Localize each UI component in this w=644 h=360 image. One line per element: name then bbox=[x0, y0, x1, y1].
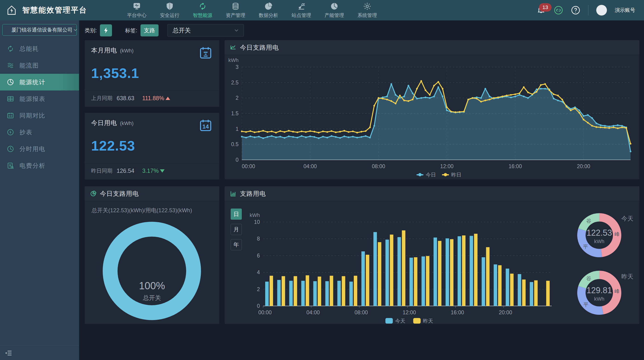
filter-bar: 类别: 标签: 支路 总开关 bbox=[84, 24, 244, 37]
svg-text:谷: 谷 bbox=[586, 218, 592, 224]
sidebar-item-能源统计[interactable]: 能源统计 bbox=[0, 74, 79, 91]
svg-text:6: 6 bbox=[257, 253, 260, 259]
bar-chart-plot[interactable]: 0246810kWh00:0004:0008:0012:0016:0020:00… bbox=[225, 201, 561, 324]
svg-text:08:00: 08:00 bbox=[354, 309, 368, 315]
today-usage-card: 今日用电 (kWh) 14 122.53 昨日同期 126.54 3.17% bbox=[84, 113, 219, 180]
bar-chart-icon bbox=[230, 190, 237, 197]
svg-text:kWh: kWh bbox=[594, 296, 604, 302]
svg-text:8: 8 bbox=[257, 236, 260, 242]
today-percent: 3.17% bbox=[142, 167, 164, 174]
bar-card-title: 支路用电 bbox=[240, 190, 266, 198]
tag-branch-button[interactable]: 支路 bbox=[140, 24, 158, 37]
company-select-value: 厦门锐谷通信设备有限公司 bbox=[11, 27, 72, 34]
svg-text:00:00: 00:00 bbox=[258, 309, 272, 315]
trend-down-icon bbox=[160, 169, 164, 173]
pie-clock-icon bbox=[6, 78, 14, 86]
robot-arm-icon bbox=[297, 2, 306, 11]
svg-text:2: 2 bbox=[257, 286, 260, 292]
line-card-title: 今日支路用电 bbox=[240, 43, 279, 52]
line-card-header: 今日支路用电 bbox=[225, 40, 639, 55]
help-icon[interactable] bbox=[571, 6, 580, 15]
svg-text:2.5: 2.5 bbox=[231, 80, 238, 86]
notifications-button[interactable]: 13 bbox=[537, 5, 546, 15]
sidebar-item-label: 同期对比 bbox=[20, 112, 46, 120]
sidebar-item-同期对比[interactable]: 同期对比 bbox=[0, 107, 79, 124]
sidebar: 厦门锐谷通信设备有限公司 总能耗能流图能源统计能源报表同期对比抄表分时用电电费分… bbox=[0, 21, 79, 360]
sidebar-item-抄表[interactable]: 抄表 bbox=[0, 124, 79, 141]
account-name[interactable]: 演示账号 bbox=[615, 7, 635, 14]
tou-donut-yesterday[interactable]: 峰平谷129.81kWh bbox=[572, 265, 627, 320]
nav-item-智慧能源[interactable]: 智慧能源 bbox=[188, 2, 218, 19]
sidebar-menu: 总能耗能流图能源统计能源报表同期对比抄表分时用电电费分析 bbox=[0, 40, 79, 174]
link-icon[interactable] bbox=[554, 6, 563, 15]
avatar[interactable] bbox=[596, 5, 607, 16]
nav-item-产能管理[interactable]: 产能管理 bbox=[320, 2, 349, 19]
svg-text:04:00: 04:00 bbox=[306, 309, 320, 315]
svg-text:00:00: 00:00 bbox=[242, 163, 255, 169]
clock-icon bbox=[6, 145, 14, 153]
svg-text:122.53: 122.53 bbox=[586, 228, 612, 237]
nav-item-站点管理[interactable]: 站点管理 bbox=[286, 2, 316, 19]
sidebar-item-label: 分时用电 bbox=[20, 145, 46, 153]
monitor-icon bbox=[132, 2, 141, 11]
bar-card-header: 支路用电 bbox=[225, 186, 639, 201]
month-card-unit: (kWh) bbox=[120, 48, 134, 54]
nav-item-资产管理[interactable]: 资产管理 bbox=[221, 2, 250, 19]
month-card-footer: 上月同期 638.63 111.88% bbox=[84, 89, 219, 107]
branch-select[interactable]: 总开关 bbox=[168, 24, 244, 37]
collapse-sidebar-icon[interactable] bbox=[5, 349, 12, 357]
svg-text:峰: 峰 bbox=[614, 231, 620, 237]
shield-icon bbox=[165, 2, 174, 11]
tou-donut-panel: 峰平谷122.53kWh 今天 峰平谷129.81kWh 昨天 bbox=[561, 201, 639, 324]
nav-item-label: 智慧能源 bbox=[193, 12, 212, 19]
svg-text:3: 3 bbox=[236, 64, 238, 70]
nav-item-数据分析[interactable]: 数据分析 bbox=[254, 2, 283, 19]
svg-text:kWh: kWh bbox=[250, 212, 260, 218]
nav-item-平台中心[interactable]: 平台中心 bbox=[122, 2, 152, 19]
sidebar-item-能源报表[interactable]: 能源报表 bbox=[0, 91, 79, 107]
svg-text:1.5: 1.5 bbox=[231, 110, 238, 116]
recycle-icon bbox=[198, 2, 207, 11]
donut-chart-plot[interactable] bbox=[84, 216, 219, 323]
topbar-nav: 平台中心安全运行智慧能源资产管理数据分析站点管理产能管理系统管理 bbox=[122, 0, 382, 21]
company-select[interactable]: 厦门锐谷通信设备有限公司 bbox=[2, 24, 77, 36]
sidebar-item-电费分析[interactable]: 电费分析 bbox=[0, 157, 79, 174]
svg-text:16:00: 16:00 bbox=[508, 163, 522, 169]
svg-text:04:00: 04:00 bbox=[304, 163, 317, 169]
tou-donut-today[interactable]: 峰平谷122.53kWh bbox=[572, 207, 627, 263]
svg-text:10: 10 bbox=[254, 219, 260, 225]
nav-item-系统管理[interactable]: 系统管理 bbox=[352, 2, 382, 19]
calendar-icon bbox=[6, 112, 14, 120]
notification-badge: 13 bbox=[539, 3, 552, 12]
pie2-icon bbox=[330, 2, 339, 11]
sidebar-item-总能耗[interactable]: 总能耗 bbox=[0, 40, 79, 57]
nav-item-label: 数据分析 bbox=[259, 12, 278, 19]
pie-chart-icon bbox=[90, 190, 97, 197]
nav-item-安全运行[interactable]: 安全运行 bbox=[155, 2, 184, 19]
trend-up-icon bbox=[166, 97, 170, 100]
main-content: 类别: 标签: 支路 总开关 本月用电 (kWh) 1,353.1 上 bbox=[79, 21, 644, 360]
line-chart-plot[interactable]: 00.511.522.5300:0004:0008:0012:0016:0020… bbox=[225, 55, 639, 179]
category-electric-button[interactable] bbox=[100, 24, 112, 37]
today-usage-value: 122.53 bbox=[91, 138, 213, 154]
svg-text:12:00: 12:00 bbox=[440, 163, 454, 169]
sidebar-item-label: 能流图 bbox=[20, 62, 39, 70]
today-compare-value: 126.54 bbox=[116, 167, 134, 174]
sidebar-item-能流图[interactable]: 能流图 bbox=[0, 57, 79, 74]
nav-item-label: 资产管理 bbox=[226, 12, 245, 19]
bolt-circle-icon bbox=[6, 128, 14, 136]
app-logo-home-bolt-icon bbox=[6, 5, 17, 16]
svg-text:昨日: 昨日 bbox=[451, 172, 462, 178]
calendar-day-icon: 14 bbox=[198, 118, 213, 133]
svg-text:昨天: 昨天 bbox=[423, 318, 433, 324]
today-compare-label: 昨日同期 bbox=[91, 167, 112, 174]
sidebar-item-分时用电[interactable]: 分时用电 bbox=[0, 141, 79, 157]
tag-label: 标签: bbox=[125, 27, 137, 34]
month-compare-label: 上月同期 bbox=[91, 95, 112, 102]
svg-text:kWh: kWh bbox=[594, 238, 604, 244]
topbar-right: 13 演示账号 bbox=[537, 0, 644, 21]
sidebar-item-label: 电费分析 bbox=[20, 162, 46, 170]
month-percent: 111.88% bbox=[142, 95, 170, 102]
nav-item-label: 平台中心 bbox=[127, 12, 146, 19]
today-card-title: 今日用电 bbox=[91, 120, 117, 126]
